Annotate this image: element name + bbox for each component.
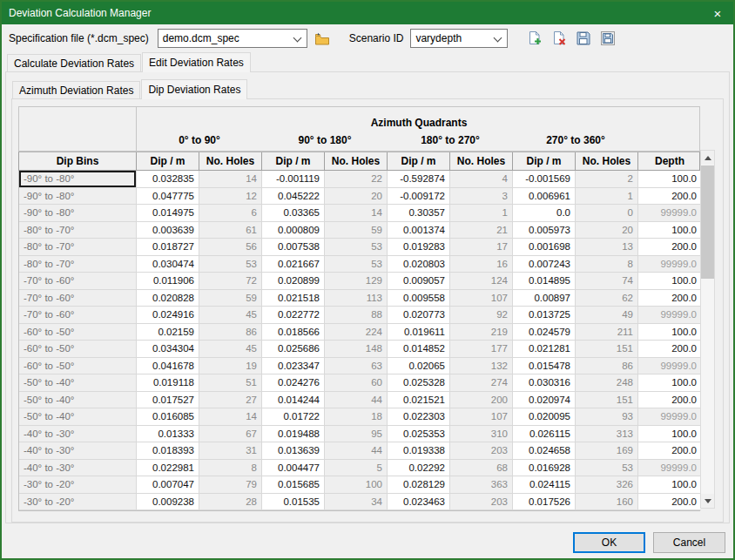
column-header-depth[interactable]: Depth <box>638 152 701 170</box>
new-scenario-icon[interactable] <box>525 29 544 48</box>
cell-depth[interactable]: 100.0 <box>638 171 701 188</box>
cell-depth[interactable]: 99999.0 <box>638 460 701 477</box>
cell-bin[interactable]: -90° to -80° <box>19 171 137 188</box>
cell-holes[interactable]: 3 <box>450 188 513 206</box>
cell-holes[interactable]: 313 <box>576 426 638 443</box>
cell-holes[interactable]: 211 <box>576 324 638 341</box>
cell-dip[interactable]: 0.018566 <box>262 324 325 341</box>
cell-holes[interactable]: 22 <box>325 171 388 188</box>
cell-holes[interactable]: 107 <box>450 408 513 426</box>
cell-dip[interactable]: 0.018727 <box>137 239 199 256</box>
vertical-scrollbar[interactable] <box>700 150 715 509</box>
cell-dip[interactable]: 0.02065 <box>388 358 450 375</box>
cell-holes[interactable]: 44 <box>325 392 388 409</box>
cell-depth[interactable]: 100.0 <box>638 426 701 443</box>
cell-holes[interactable]: 18 <box>325 408 388 426</box>
scroll-down-icon[interactable] <box>701 494 714 508</box>
cell-bin[interactable]: -60° to -50° <box>19 358 137 375</box>
cell-holes[interactable]: 21 <box>450 222 513 240</box>
cell-bin[interactable]: -90° to -80° <box>19 205 137 222</box>
cell-bin[interactable]: -40° to -30° <box>19 460 137 477</box>
cell-dip[interactable]: 0.025686 <box>262 341 325 358</box>
cell-holes[interactable]: 132 <box>450 358 513 375</box>
cell-dip[interactable]: 0.009057 <box>388 273 450 290</box>
cell-dip[interactable]: 0.020803 <box>388 256 450 273</box>
cell-holes[interactable]: 100 <box>325 476 388 494</box>
cell-depth[interactable]: 100.0 <box>638 476 701 494</box>
cell-dip[interactable]: 0.022981 <box>137 460 199 477</box>
column-header-dip-m[interactable]: Dip / m <box>513 152 576 170</box>
cell-dip[interactable]: 0.019338 <box>388 442 450 460</box>
cell-holes[interactable]: 93 <box>576 408 638 426</box>
cell-dip[interactable]: 0.013725 <box>513 307 576 324</box>
cell-holes[interactable]: 177 <box>450 341 513 358</box>
cell-holes[interactable]: 53 <box>576 460 638 477</box>
cell-dip[interactable]: 0.030474 <box>137 256 199 273</box>
cell-depth[interactable]: 200.0 <box>638 188 701 206</box>
cell-dip[interactable]: 0.021521 <box>388 392 450 409</box>
cell-bin[interactable]: -80° to -70° <box>19 222 137 240</box>
delete-scenario-icon[interactable] <box>550 29 569 48</box>
cell-dip[interactable]: 0.019611 <box>388 324 450 341</box>
cell-dip[interactable]: 0.020773 <box>388 307 450 324</box>
cell-dip[interactable]: 0.03365 <box>262 205 325 222</box>
cell-holes[interactable]: 203 <box>450 442 513 460</box>
save-icon[interactable] <box>574 29 593 48</box>
cell-dip[interactable]: 0.041678 <box>137 358 199 375</box>
cell-dip[interactable]: 0.021667 <box>262 256 325 273</box>
cell-dip[interactable]: 0.007538 <box>262 239 325 256</box>
cell-holes[interactable]: 13 <box>576 239 638 256</box>
cell-holes[interactable]: 79 <box>199 476 262 494</box>
cell-holes[interactable]: 44 <box>325 442 388 460</box>
cell-holes[interactable]: 31 <box>199 442 262 460</box>
cell-holes[interactable]: 4 <box>450 171 513 188</box>
cell-holes[interactable]: 67 <box>199 426 262 443</box>
cell-holes[interactable]: 19 <box>199 358 262 375</box>
cell-holes[interactable]: 113 <box>325 290 388 307</box>
cell-holes[interactable]: 169 <box>576 442 638 460</box>
cell-dip[interactable]: 0.009558 <box>388 290 450 307</box>
cell-holes[interactable]: 49 <box>576 307 638 324</box>
cell-dip[interactable]: 0.01535 <box>262 494 325 511</box>
cell-dip[interactable]: 0.013639 <box>262 442 325 460</box>
cell-dip[interactable]: 0.016928 <box>513 460 576 477</box>
cell-dip[interactable]: -0.001569 <box>513 171 576 188</box>
cell-holes[interactable]: 12 <box>199 188 262 206</box>
cell-dip[interactable]: 0.014244 <box>262 392 325 409</box>
cell-holes[interactable]: 2 <box>576 171 638 188</box>
cell-bin[interactable]: -50° to -40° <box>19 374 137 392</box>
cell-holes[interactable]: 6 <box>199 205 262 222</box>
cell-bin[interactable]: -70° to -60° <box>19 273 137 290</box>
cell-dip[interactable]: 0.001374 <box>388 222 450 240</box>
cell-dip[interactable]: 0.018393 <box>137 442 199 460</box>
cell-bin[interactable]: -40° to -30° <box>19 442 137 460</box>
cell-dip[interactable]: 0.028129 <box>388 476 450 494</box>
cell-dip[interactable]: 0.01722 <box>262 408 325 426</box>
cell-bin[interactable]: -60° to -50° <box>19 324 137 341</box>
cell-dip[interactable]: 0.019488 <box>262 426 325 443</box>
column-header-dip-m[interactable]: Dip / m <box>262 152 325 170</box>
column-header-no-holes[interactable]: No. Holes <box>199 152 262 170</box>
cell-holes[interactable]: 63 <box>325 358 388 375</box>
cell-holes[interactable]: 59 <box>199 290 262 307</box>
cell-holes[interactable]: 219 <box>450 324 513 341</box>
cell-holes[interactable]: 20 <box>325 188 388 206</box>
cell-holes[interactable]: 200 <box>450 392 513 409</box>
cell-holes[interactable]: 62 <box>576 290 638 307</box>
cell-bin[interactable]: -70° to -60° <box>19 290 137 307</box>
cell-dip[interactable]: 0.020899 <box>262 273 325 290</box>
cell-holes[interactable]: 5 <box>325 460 388 477</box>
cell-dip[interactable]: 0.023463 <box>388 494 450 511</box>
cell-holes[interactable]: 53 <box>199 256 262 273</box>
cell-holes[interactable]: 51 <box>199 374 262 392</box>
cell-dip[interactable]: 0.026115 <box>513 426 576 443</box>
cell-holes[interactable]: 45 <box>199 341 262 358</box>
cell-dip[interactable]: 0.032835 <box>137 171 199 188</box>
cell-dip[interactable]: 0.020974 <box>513 392 576 409</box>
cell-dip[interactable]: 0.02159 <box>137 324 199 341</box>
cell-depth[interactable]: 99999.0 <box>638 408 701 426</box>
cell-holes[interactable]: 86 <box>576 358 638 375</box>
cell-depth[interactable]: 100.0 <box>638 324 701 341</box>
cell-dip[interactable]: 0.005973 <box>513 222 576 240</box>
cell-bin[interactable]: -30° to -20° <box>19 494 137 511</box>
